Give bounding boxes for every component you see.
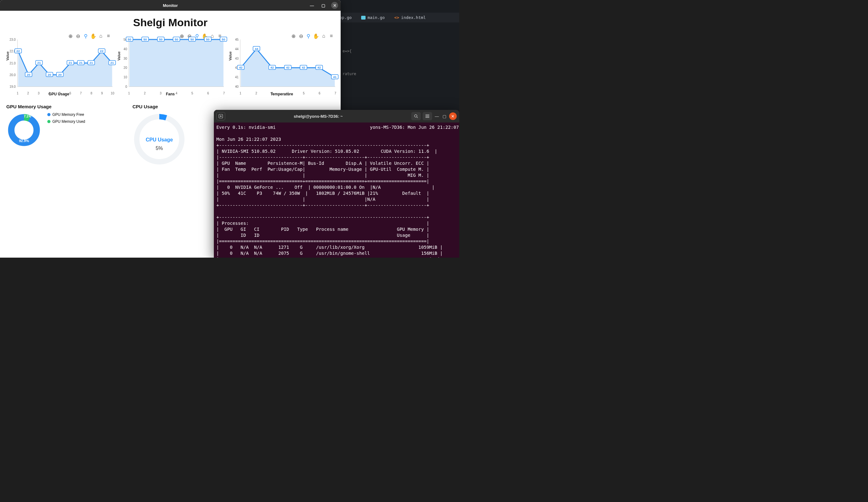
- svg-text:21: 21: [79, 61, 83, 64]
- svg-text:50: 50: [128, 38, 132, 41]
- svg-text:44: 44: [255, 47, 259, 51]
- gpu-memory-legend: GPU Memory Free GPU Memory Used: [47, 112, 85, 126]
- svg-text:92.9%: 92.9%: [19, 139, 29, 143]
- terminal-minimize-button[interactable]: —: [434, 114, 440, 119]
- svg-text:41: 41: [333, 75, 337, 79]
- home-icon[interactable]: ⌂: [98, 33, 104, 39]
- html-icon: <>: [394, 15, 399, 20]
- search-icon[interactable]: ⚲: [83, 33, 89, 39]
- cpu-gauge-label: CPU Usage: [133, 137, 186, 143]
- svg-text:21: 21: [110, 61, 114, 64]
- editor-tab-main-go[interactable]: main.go: [361, 15, 385, 20]
- svg-text:42: 42: [271, 66, 275, 69]
- cpu-gauge-value: 5%: [133, 145, 186, 151]
- minimize-button[interactable]: —: [309, 2, 316, 9]
- zoom-out-icon[interactable]: ⊖: [298, 33, 304, 39]
- window-title: Monitor: [163, 3, 178, 8]
- gpu-memory-title: GPU Memory Usage: [6, 104, 85, 109]
- editor-tabs: pp.go main.go <>index.html: [333, 13, 459, 22]
- titlebar[interactable]: Monitor — ▢ ✕: [0, 0, 341, 11]
- svg-text:50: 50: [222, 38, 226, 41]
- svg-text:7.1%: 7.1%: [24, 114, 31, 118]
- svg-text:22: 22: [17, 49, 20, 53]
- menu-icon[interactable]: ≡: [106, 33, 111, 39]
- maximize-button[interactable]: ▢: [320, 2, 327, 9]
- svg-text:42: 42: [318, 66, 321, 69]
- svg-text:50: 50: [144, 38, 147, 41]
- chart-temperature: ⊕⊖⚲✋⌂≡Value40414243444512345674244424242…: [228, 32, 335, 96]
- svg-text:50: 50: [206, 38, 210, 41]
- terminal-window: shelgi@yons-MS-7D36: ~ — ▢ ✕ Every 0.1s:…: [214, 110, 459, 258]
- code-snippet: e=>{ rature: [333, 22, 459, 84]
- close-button[interactable]: ✕: [331, 2, 338, 9]
- search-button[interactable]: [411, 112, 421, 120]
- svg-text:20: 20: [27, 73, 31, 77]
- new-tab-button[interactable]: [216, 112, 225, 120]
- terminal-close-button[interactable]: ✕: [449, 112, 457, 120]
- svg-point-55: [414, 114, 417, 117]
- svg-text:21: 21: [89, 61, 93, 64]
- zoom-in-icon[interactable]: ⊕: [290, 33, 296, 39]
- charts-row: ⊕⊖⚲✋⌂≡Value19.020.021.022.023.0123456789…: [0, 32, 341, 96]
- svg-text:50: 50: [190, 38, 194, 41]
- svg-text:20: 20: [48, 73, 51, 77]
- search-icon[interactable]: ⚲: [306, 33, 311, 39]
- svg-text:22: 22: [100, 49, 104, 53]
- zoom-out-icon[interactable]: ⊖: [75, 33, 81, 39]
- svg-text:50: 50: [175, 38, 178, 41]
- pan-icon[interactable]: ✋: [91, 33, 96, 39]
- menu-button[interactable]: [423, 112, 432, 120]
- svg-line-56: [417, 117, 418, 118]
- gpu-memory-section: GPU Memory Usage 92.9% 7.1% GPU Memory F…: [6, 104, 85, 166]
- terminal-maximize-button[interactable]: ▢: [442, 114, 447, 119]
- home-icon[interactable]: ⌂: [321, 33, 327, 39]
- chart-gpu-usage: ⊕⊖⚲✋⌂≡Value19.020.021.022.023.0123456789…: [6, 32, 113, 96]
- terminal-body[interactable]: Every 0.1s: nvidia-smi yons-MS-7D36: Mon…: [214, 122, 459, 258]
- cpu-gauge: CPU Usage 5%: [133, 112, 186, 166]
- svg-text:42: 42: [239, 66, 243, 69]
- menu-icon[interactable]: ≡: [328, 33, 334, 39]
- legend-used: GPU Memory Used: [47, 119, 85, 124]
- gpu-memory-donut: 92.9% 7.1%: [6, 112, 42, 148]
- legend-free: GPU Memory Free: [47, 112, 85, 117]
- go-icon: [361, 16, 365, 20]
- cpu-usage-section: CPU Usage CPU Usage 5%: [133, 104, 186, 166]
- svg-text:42: 42: [302, 66, 306, 69]
- zoom-in-icon[interactable]: ⊕: [68, 33, 73, 39]
- svg-text:20: 20: [58, 73, 62, 77]
- svg-text:21: 21: [37, 61, 41, 64]
- cpu-usage-title: CPU Usage: [133, 104, 186, 109]
- editor-tab-app-go[interactable]: pp.go: [339, 15, 352, 20]
- svg-text:21: 21: [69, 61, 72, 64]
- editor-tab-index-html[interactable]: <>index.html: [394, 15, 426, 20]
- pan-icon[interactable]: ✋: [313, 33, 319, 39]
- page-title: Shelgi Monitor: [0, 11, 341, 32]
- chart-fans: ⊕⊖⚲✋⌂≡Value01020304050123456750505050505…: [117, 32, 224, 96]
- svg-text:42: 42: [286, 66, 290, 69]
- terminal-titlebar[interactable]: shelgi@yons-MS-7D36: ~ — ▢ ✕: [214, 110, 459, 122]
- terminal-title: shelgi@yons-MS-7D36: ~: [294, 114, 342, 119]
- svg-text:50: 50: [159, 38, 163, 41]
